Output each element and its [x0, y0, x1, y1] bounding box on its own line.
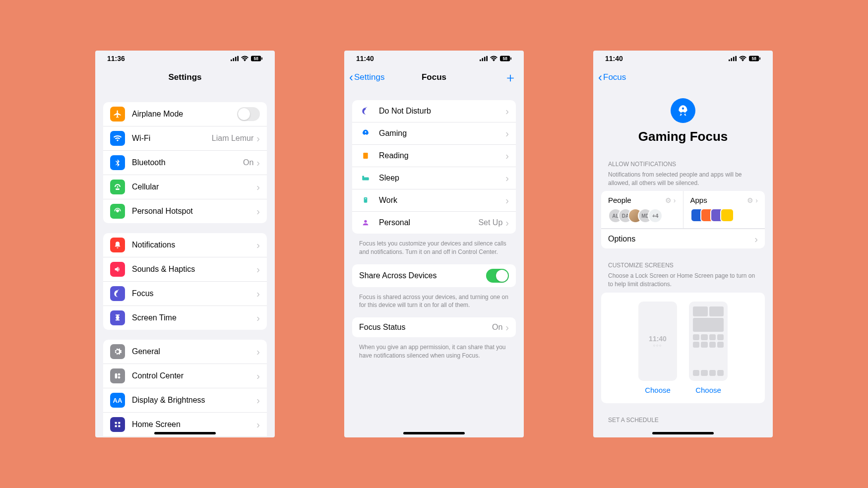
home-indicator[interactable] — [403, 432, 465, 434]
svg-rect-36 — [759, 58, 760, 60]
svg-rect-33 — [733, 57, 735, 61]
gear-icon: ⚙︎ › — [747, 196, 758, 204]
people-cell[interactable]: People⚙︎ › ALDAMD+4 — [601, 191, 683, 228]
settings-row-dnd[interactable]: Do Not Disturb› — [352, 100, 516, 122]
battery-icon: 58 — [749, 56, 761, 61]
settings-row-hotspot[interactable]: Personal Hotspot› — [103, 199, 267, 223]
settings-row-sounds[interactable]: Sounds & Haptics› — [103, 257, 267, 281]
lock-screen-chooser[interactable]: 11:40 ○○○ Choose — [638, 302, 677, 394]
row-label: Focus — [132, 289, 256, 298]
status-group: Focus StatusOn› — [352, 317, 516, 337]
settings-row-accessibility[interactable]: Accessibility› — [103, 436, 267, 437]
chevron-left-icon: ‹ — [349, 71, 353, 83]
settings-row-cellular[interactable]: Cellular› — [103, 175, 267, 199]
page-title: Focus — [422, 72, 446, 82]
row-label: Share Across Devices — [359, 271, 486, 280]
toggle[interactable] — [486, 269, 509, 283]
cellular-icon — [110, 180, 125, 194]
settings-row-general[interactable]: General› — [103, 340, 267, 364]
settings-row-controlcenter[interactable]: Control Center› — [103, 364, 267, 388]
personal-icon — [359, 216, 372, 229]
svg-point-7 — [117, 210, 119, 213]
settings-row-display[interactable]: AADisplay & Brightness› — [103, 388, 267, 412]
status-indicators: 58 — [231, 56, 263, 61]
dnd-icon — [359, 105, 372, 118]
row-label: Personal Hotspot — [132, 207, 256, 216]
phone-gaming-focus: 11:40 58 ‹Focus Gaming Focus ALLOW NOTIF… — [593, 51, 773, 437]
status-bar: 11:36 58 — [95, 51, 275, 66]
row-label: Reading — [379, 151, 505, 160]
home-screen-chooser[interactable]: Choose — [689, 302, 728, 394]
chevron-left-icon: ‹ — [598, 71, 602, 83]
row-detail: Set Up — [478, 218, 502, 227]
home-indicator[interactable] — [154, 432, 216, 434]
status-bar: 11:40 58 — [344, 51, 524, 66]
status-indicators: 58 — [480, 56, 512, 61]
settings-row-wifi[interactable]: Wi-FiLiam Lemur› — [103, 126, 267, 150]
general-icon — [110, 344, 125, 359]
add-button[interactable]: ＋ — [504, 69, 517, 86]
settings-content[interactable]: Airplane ModeWi-FiLiam Lemur›BluetoothOn… — [95, 88, 275, 437]
svg-rect-26 — [362, 178, 369, 181]
svg-rect-11 — [115, 422, 117, 424]
nav-bar: ‹Focus — [593, 66, 773, 88]
focus-status-row[interactable]: Focus StatusOn› — [352, 317, 516, 337]
svg-rect-25 — [363, 153, 368, 159]
wifi-icon — [110, 131, 125, 146]
settings-row-work[interactable]: Work› — [352, 189, 516, 211]
sounds-icon — [110, 262, 125, 277]
airplane-icon — [110, 107, 125, 122]
settings-row-notifications[interactable]: Notifications› — [103, 233, 267, 257]
settings-row-bluetooth[interactable]: BluetoothOn› — [103, 150, 267, 175]
row-label: Airplane Mode — [132, 110, 237, 119]
people-label: People — [608, 196, 631, 204]
svg-rect-31 — [729, 60, 730, 61]
back-button[interactable]: ‹Settings — [349, 71, 384, 83]
wifi-icon — [739, 56, 746, 61]
home-indicator[interactable] — [652, 432, 714, 434]
allow-header: ALLOW NOTIFICATIONS — [601, 157, 765, 171]
share-across-devices-row[interactable]: Share Across Devices — [352, 264, 516, 287]
row-label: Home Screen — [132, 420, 256, 429]
back-label: Focus — [603, 72, 626, 82]
row-label: Personal — [379, 218, 478, 227]
svg-rect-34 — [735, 56, 737, 61]
cellular-signal-icon — [729, 56, 737, 61]
choose-home-button[interactable]: Choose — [689, 386, 728, 394]
focus-modes-group: Do Not Disturb›Gaming›Reading›Sleep›Work… — [352, 100, 516, 234]
gaming-content[interactable]: Gaming Focus ALLOW NOTIFICATIONS Notific… — [593, 88, 773, 437]
apps-cell[interactable]: Apps⚙︎ › — [683, 191, 765, 228]
svg-rect-27 — [362, 176, 364, 178]
status-time: 11:40 — [605, 55, 623, 62]
wifi-icon — [241, 56, 248, 61]
reading-icon — [359, 149, 372, 162]
row-detail: On — [492, 323, 502, 332]
settings-row-airplane[interactable]: Airplane Mode — [103, 102, 267, 126]
settings-group: Airplane ModeWi-FiLiam Lemur›BluetoothOn… — [103, 102, 267, 223]
choose-lock-button[interactable]: Choose — [638, 386, 677, 394]
svg-rect-14 — [118, 425, 120, 427]
settings-row-sleep[interactable]: Sleep› — [352, 167, 516, 189]
modes-footer: Focus lets you customize your devices an… — [352, 237, 516, 264]
settings-row-reading[interactable]: Reading› — [352, 144, 516, 167]
homescreen-icon — [110, 417, 125, 432]
options-row[interactable]: Options › — [601, 229, 765, 248]
customize-sub: Choose a Lock Screen or Home Screen page… — [601, 272, 765, 293]
options-label: Options — [608, 235, 754, 244]
toggle[interactable] — [237, 107, 260, 121]
settings-row-gaming[interactable]: Gaming› — [352, 122, 516, 144]
settings-row-personal[interactable]: PersonalSet Up› — [352, 211, 516, 234]
row-detail: Liam Lemur — [212, 134, 253, 143]
svg-rect-29 — [365, 198, 367, 199]
focus-content[interactable]: Do Not Disturb›Gaming›Reading›Sleep›Work… — [344, 88, 524, 437]
svg-text:58: 58 — [503, 56, 508, 61]
row-label: Bluetooth — [132, 158, 243, 167]
row-label: Do Not Disturb — [379, 107, 505, 116]
svg-rect-20 — [484, 57, 486, 61]
phone-settings: 11:36 58 Settings Airplane ModeWi-FiLiam… — [95, 51, 275, 437]
back-button[interactable]: ‹Focus — [598, 71, 626, 83]
settings-row-screentime[interactable]: Screen Time› — [103, 305, 267, 330]
svg-rect-0 — [231, 60, 232, 61]
display-icon: AA — [110, 393, 125, 408]
settings-row-focus[interactable]: Focus› — [103, 281, 267, 305]
